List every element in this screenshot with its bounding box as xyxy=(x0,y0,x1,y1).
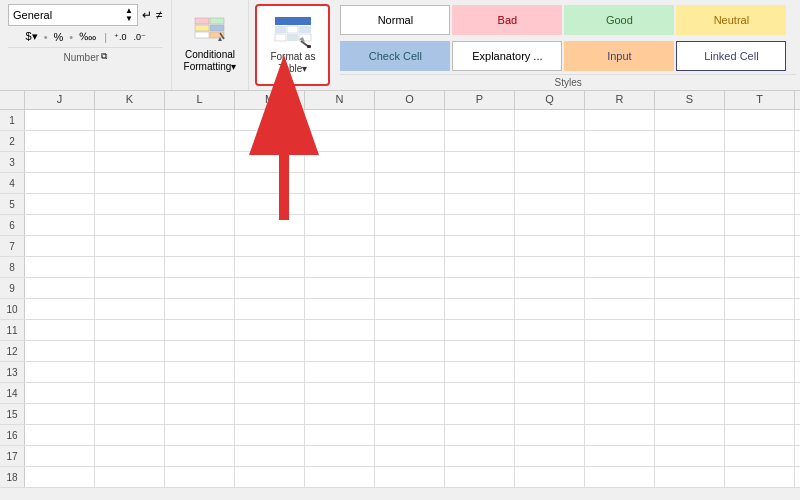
cell-L4[interactable] xyxy=(165,173,235,193)
cell-J4[interactable] xyxy=(25,173,95,193)
cell-T13[interactable] xyxy=(725,362,795,382)
cell-K2[interactable] xyxy=(95,131,165,151)
cell-M4[interactable] xyxy=(235,173,305,193)
cell-R1[interactable] xyxy=(585,110,655,130)
cell-P3[interactable] xyxy=(445,152,515,172)
cell-T18[interactable] xyxy=(725,467,795,487)
cell-Q13[interactable] xyxy=(515,362,585,382)
cell-R7[interactable] xyxy=(585,236,655,256)
cell-Q12[interactable] xyxy=(515,341,585,361)
cell-L15[interactable] xyxy=(165,404,235,424)
cell-M10[interactable] xyxy=(235,299,305,319)
cell-L16[interactable] xyxy=(165,425,235,445)
cell-R9[interactable] xyxy=(585,278,655,298)
cell-K11[interactable] xyxy=(95,320,165,340)
cell-S7[interactable] xyxy=(655,236,725,256)
style-input-button[interactable]: Input xyxy=(564,41,674,71)
cell-P1[interactable] xyxy=(445,110,515,130)
cell-Q6[interactable] xyxy=(515,215,585,235)
cell-K18[interactable] xyxy=(95,467,165,487)
cell-S12[interactable] xyxy=(655,341,725,361)
cell-O12[interactable] xyxy=(375,341,445,361)
cell-K13[interactable] xyxy=(95,362,165,382)
cell-O2[interactable] xyxy=(375,131,445,151)
cell-L6[interactable] xyxy=(165,215,235,235)
style-bad-button[interactable]: Bad xyxy=(452,5,562,35)
cell-S2[interactable] xyxy=(655,131,725,151)
cell-K17[interactable] xyxy=(95,446,165,466)
cell-P4[interactable] xyxy=(445,173,515,193)
cell-P6[interactable] xyxy=(445,215,515,235)
cell-T17[interactable] xyxy=(725,446,795,466)
cell-T1[interactable] xyxy=(725,110,795,130)
cell-T2[interactable] xyxy=(725,131,795,151)
cell-O1[interactable] xyxy=(375,110,445,130)
cell-R8[interactable] xyxy=(585,257,655,277)
cell-L8[interactable] xyxy=(165,257,235,277)
cell-R15[interactable] xyxy=(585,404,655,424)
cell-L3[interactable] xyxy=(165,152,235,172)
cell-N18[interactable] xyxy=(305,467,375,487)
cell-N10[interactable] xyxy=(305,299,375,319)
style-normal-button[interactable]: Normal xyxy=(340,5,450,35)
cell-J12[interactable] xyxy=(25,341,95,361)
cell-M14[interactable] xyxy=(235,383,305,403)
cell-J9[interactable] xyxy=(25,278,95,298)
cell-R4[interactable] xyxy=(585,173,655,193)
style-neutral-button[interactable]: Neutral xyxy=(676,5,786,35)
cell-R11[interactable] xyxy=(585,320,655,340)
cell-N16[interactable] xyxy=(305,425,375,445)
cell-O3[interactable] xyxy=(375,152,445,172)
cell-K12[interactable] xyxy=(95,341,165,361)
cell-T12[interactable] xyxy=(725,341,795,361)
cell-O11[interactable] xyxy=(375,320,445,340)
cell-M1[interactable] xyxy=(235,110,305,130)
cell-P11[interactable] xyxy=(445,320,515,340)
cell-Q11[interactable] xyxy=(515,320,585,340)
decimal-increase-button[interactable]: ⁺.0 xyxy=(111,30,130,44)
cell-L13[interactable] xyxy=(165,362,235,382)
cell-K1[interactable] xyxy=(95,110,165,130)
cell-J1[interactable] xyxy=(25,110,95,130)
cell-R13[interactable] xyxy=(585,362,655,382)
cell-T14[interactable] xyxy=(725,383,795,403)
cell-T9[interactable] xyxy=(725,278,795,298)
cell-T11[interactable] xyxy=(725,320,795,340)
cell-S11[interactable] xyxy=(655,320,725,340)
cell-N2[interactable] xyxy=(305,131,375,151)
cell-P8[interactable] xyxy=(445,257,515,277)
cell-R16[interactable] xyxy=(585,425,655,445)
cell-J3[interactable] xyxy=(25,152,95,172)
cell-K10[interactable] xyxy=(95,299,165,319)
number-format-dropdown[interactable]: General ▲ ▼ xyxy=(8,4,138,26)
format-as-table-group[interactable]: Format as Table▾ xyxy=(255,4,330,86)
cell-Q16[interactable] xyxy=(515,425,585,445)
cell-M8[interactable] xyxy=(235,257,305,277)
cell-K7[interactable] xyxy=(95,236,165,256)
cell-K4[interactable] xyxy=(95,173,165,193)
cell-L14[interactable] xyxy=(165,383,235,403)
cell-N5[interactable] xyxy=(305,194,375,214)
cell-S15[interactable] xyxy=(655,404,725,424)
cell-K8[interactable] xyxy=(95,257,165,277)
cell-S5[interactable] xyxy=(655,194,725,214)
cell-T10[interactable] xyxy=(725,299,795,319)
cell-P2[interactable] xyxy=(445,131,515,151)
cell-R6[interactable] xyxy=(585,215,655,235)
cell-Q3[interactable] xyxy=(515,152,585,172)
cell-P12[interactable] xyxy=(445,341,515,361)
cell-N6[interactable] xyxy=(305,215,375,235)
cell-R17[interactable] xyxy=(585,446,655,466)
cell-J11[interactable] xyxy=(25,320,95,340)
cell-L18[interactable] xyxy=(165,467,235,487)
cell-N17[interactable] xyxy=(305,446,375,466)
cell-O9[interactable] xyxy=(375,278,445,298)
cell-R12[interactable] xyxy=(585,341,655,361)
cell-P9[interactable] xyxy=(445,278,515,298)
cell-O13[interactable] xyxy=(375,362,445,382)
cell-L9[interactable] xyxy=(165,278,235,298)
cell-M15[interactable] xyxy=(235,404,305,424)
dollar-button[interactable]: $▾ xyxy=(22,28,42,45)
cell-N12[interactable] xyxy=(305,341,375,361)
cell-N4[interactable] xyxy=(305,173,375,193)
